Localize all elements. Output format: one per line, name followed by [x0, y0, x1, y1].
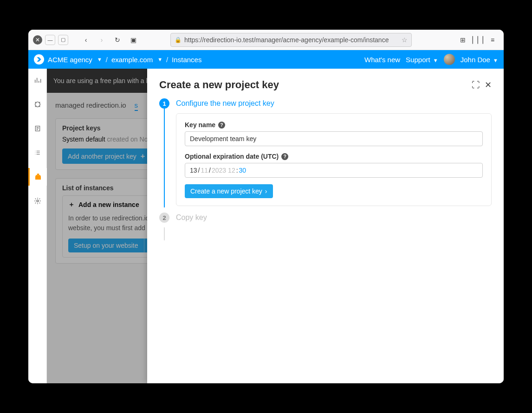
- create-project-key-button[interactable]: Create a new project key ›: [185, 184, 273, 198]
- tab-managed[interactable]: managed redirection.io: [55, 101, 126, 111]
- chevron-down-icon[interactable]: ▼: [157, 57, 162, 62]
- breadcrumb-separator: /: [106, 56, 108, 64]
- window-minimize-button[interactable]: —: [45, 35, 55, 45]
- plus-icon: ＋: [139, 152, 146, 161]
- avatar[interactable]: [444, 54, 455, 65]
- nav-reload-button[interactable]: ↻: [111, 33, 124, 46]
- url-bar[interactable]: 🔒 https://redirection-io.test/manager/ac…: [170, 33, 412, 47]
- sidebar: [28, 69, 47, 383]
- sidebar-rules-icon[interactable]: [28, 120, 47, 137]
- sidebar-analytics-icon[interactable]: [28, 71, 47, 89]
- apps-grid-icon[interactable]: ⊞: [456, 33, 469, 46]
- close-icon[interactable]: ✕: [485, 80, 492, 90]
- support-link[interactable]: Support ▼: [406, 56, 438, 64]
- step-1-form: Key name ? Optional expiration date (UTC…: [176, 113, 492, 206]
- add-project-key-button[interactable]: Add another project key ＋: [62, 148, 152, 164]
- expiry-label: Optional expiration date (UTC): [185, 153, 279, 160]
- plus-icon: ＋: [68, 200, 75, 209]
- key-name-label: Key name: [185, 121, 215, 129]
- chevron-down-icon: ▼: [433, 58, 438, 63]
- sidebar-list-icon[interactable]: [28, 144, 47, 161]
- browser-window: ✕ — ▢ ‹ › ↻ ▣ 🔒 https://redirection-io.t…: [28, 30, 504, 383]
- step-1-label: Configure the new project key: [176, 99, 274, 108]
- sidebar-settings-icon[interactable]: [28, 192, 47, 210]
- breadcrumb-page: Instances: [172, 56, 201, 64]
- chevron-down-icon: ▼: [493, 58, 498, 63]
- breadcrumb-separator: /: [166, 56, 168, 64]
- expand-icon[interactable]: ⛶: [472, 80, 480, 90]
- nav-back-button[interactable]: ‹: [79, 33, 92, 46]
- whats-new-link[interactable]: What's new: [364, 56, 400, 64]
- step-2-label: Copy key: [176, 213, 207, 222]
- bookmark-star-icon[interactable]: ☆: [402, 36, 408, 44]
- project-key-name: System default: [62, 136, 105, 143]
- url-text: https://redirection-io.test/manager/acme…: [184, 36, 389, 44]
- step-1-header: 1 Configure the new project key: [159, 98, 492, 109]
- hamburger-menu-icon[interactable]: ≡: [486, 33, 499, 46]
- step-2-header: 2 Copy key: [159, 213, 492, 223]
- app-logo-icon[interactable]: [34, 54, 44, 65]
- reader-mode-button[interactable]: ▣: [127, 33, 140, 46]
- sidebar-crawl-icon[interactable]: [28, 96, 47, 113]
- user-menu[interactable]: John Doe ▼: [461, 56, 498, 64]
- svg-rect-2: [37, 174, 39, 175]
- nav-forward-button[interactable]: ›: [95, 33, 108, 46]
- library-icon[interactable]: ⎪⎪⎪: [471, 33, 484, 46]
- chevron-down-icon[interactable]: ▼: [97, 57, 102, 62]
- tab-self-hosted[interactable]: s: [135, 101, 138, 111]
- step-2-number: 2: [159, 213, 169, 223]
- panel-title: Create a new project key: [159, 79, 467, 91]
- breadcrumb-project[interactable]: example.com: [111, 56, 153, 64]
- browser-toolbar: ✕ — ▢ ‹ › ↻ ▣ 🔒 https://redirection-io.t…: [28, 30, 504, 50]
- key-name-input[interactable]: [185, 131, 483, 146]
- setup-website-button[interactable]: Setup on your website: [68, 239, 144, 252]
- chevron-right-icon: ›: [265, 187, 267, 195]
- create-key-panel: Create a new project key ⛶ ✕ 1 Configure…: [147, 69, 504, 383]
- window-maximize-button[interactable]: ▢: [58, 35, 68, 45]
- help-icon[interactable]: ?: [218, 122, 225, 129]
- breadcrumb-org[interactable]: ACME agency: [48, 56, 92, 64]
- svg-point-3: [37, 200, 39, 202]
- sidebar-instances-icon[interactable]: [28, 168, 47, 186]
- step-connector: [164, 227, 165, 240]
- lock-icon: 🔒: [175, 37, 182, 43]
- window-close-button[interactable]: ✕: [33, 35, 42, 45]
- help-icon[interactable]: ?: [281, 153, 288, 160]
- app-header: ACME agency ▼ / example.com ▼ / Instance…: [28, 50, 504, 69]
- expiry-date-input[interactable]: 13 / 11 / 2023 12 : 30: [185, 163, 483, 178]
